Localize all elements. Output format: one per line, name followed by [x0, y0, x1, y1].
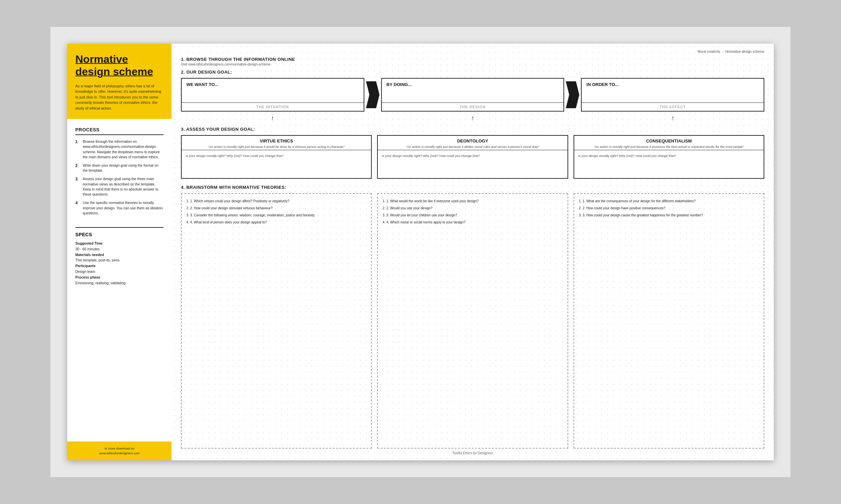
brainstorm-item: 1. What would the world be like if every… [382, 199, 563, 204]
page-wrapper: Normative design scheme As a major field… [50, 27, 791, 477]
brainstorm-item: 1. Which virtues could your design affec… [186, 199, 366, 204]
theory-row: VIRTUE ETHICS "An action is morally righ… [181, 135, 764, 179]
document: Normative design scheme As a major field… [67, 44, 774, 460]
specs-label: Participants [75, 264, 96, 268]
cons-quote: "An action is morally right just because… [578, 145, 760, 148]
process-step: 2Write down your design goal using the f… [75, 163, 164, 173]
brainstorm-item: 3. Consider the following virtues: wisdo… [186, 213, 366, 218]
deontology-box: DEONTOLOGY "An action is morally right j… [377, 135, 568, 179]
sidebar: Normative design scheme As a major field… [67, 44, 172, 460]
brainstorm-box-1: 1. Which virtues could your design affec… [181, 193, 372, 449]
step-number: 3 [75, 176, 80, 197]
effect-box: IN ORDER TO... THE EFFECT [581, 78, 764, 111]
virtue-quote: "An action is morally right just because… [186, 145, 367, 148]
specs-item: Process phaseEnvisioning, realising, val… [75, 274, 164, 286]
section2-title: 2. OUR DESIGN GOAL: [181, 70, 764, 75]
sidebar-description: As a major field of philosophy, ethics h… [75, 83, 164, 111]
brainstorm-item: 2. How could your design have positive c… [579, 205, 759, 211]
deont-quote: "An action is morally right just because… [382, 145, 563, 148]
step-text: Assess your design goal using the three … [83, 176, 164, 197]
deont-title: DEONTOLOGY [382, 139, 563, 143]
deont-question: Is your design morally right? Why (not)?… [382, 154, 563, 158]
footer-text: Toolkit Ethics for Designers [452, 451, 493, 455]
svg-marker-0 [366, 81, 379, 108]
design-heading: BY DOING... [387, 82, 559, 87]
arrow1 [364, 78, 381, 111]
footer-bar: Toolkit Ethics for Designers [181, 451, 764, 455]
main-content: Moral creativity → Normative design sche… [172, 44, 774, 460]
specs-value: This template, post-its, pens [75, 258, 119, 262]
virtue-question: Is your design morally right? Why (not)?… [186, 154, 367, 158]
section3: 3. ASSESS YOUR DESIGN GOAL: VIRTUE ETHIC… [181, 127, 764, 182]
process-list: 1Browse through the information on www.e… [75, 139, 164, 219]
brainstorm-list-3: 1. What are the consequences of your des… [579, 199, 759, 218]
intention-label: THE INTENTION [182, 103, 364, 111]
arrow2 [564, 78, 581, 111]
section1-subtitle: Visit www.ethicsfordesigners.com/normati… [181, 62, 764, 66]
specs-label: Materials needed [75, 253, 104, 257]
specs-content: Suggested Time30 - 60 minutesMaterials n… [75, 240, 164, 286]
specs-section: SPECS Suggested Time30 - 60 minutesMater… [75, 227, 164, 286]
sidebar-footer: or more download on www.ethicsfordesigne… [67, 442, 172, 461]
down-arrow-1: ↑ [181, 114, 364, 122]
specs-label: Suggested Time [75, 241, 103, 245]
intention-box: WE WANT TO... THE INTENTION [181, 78, 364, 111]
brainstorm-list-2: 1. What would the world be like if every… [382, 199, 563, 225]
specs-item: ParticipantsDesign team [75, 263, 164, 274]
specs-value: Design team [75, 269, 95, 273]
design-goal-row: WE WANT TO... THE INTENTION BY DOING... [181, 78, 764, 111]
consequentialism-box: CONSEQUENTIALISM "An action is morally r… [573, 135, 764, 179]
process-step: 1Browse through the information on www.e… [75, 139, 164, 160]
brainstorm-list-1: 1. Which virtues could your design affec… [186, 199, 366, 225]
specs-title: SPECS [75, 232, 164, 237]
down-arrow-2: ↑ [381, 114, 565, 122]
brainstorm-item: 4. What kind of person does your design … [186, 220, 366, 225]
step-text: Browse through the information on www.et… [83, 139, 164, 160]
section1-title: 1. BROWSE THROUGH THE INFORMATION ONLINE [181, 57, 764, 62]
design-box: BY DOING... THE DESIGN [381, 78, 565, 111]
footer-line2: www.ethicsfordesigners.com [75, 451, 164, 456]
effect-label: THE EFFECT [582, 103, 763, 111]
svg-marker-1 [566, 81, 579, 108]
cons-question: Is your design morally right? Why (not)?… [578, 154, 760, 158]
brainstorm-box-3: 1. What are the consequences of your des… [573, 193, 764, 449]
section4: 4. BRAINSTORM WITH NORMATIVE THEORIES: 1… [181, 185, 764, 449]
specs-item: Materials neededThis template, post-its,… [75, 252, 164, 264]
down-arrow-3: ↑ [581, 114, 764, 122]
effect-heading: IN ORDER TO... [586, 82, 759, 87]
specs-label: Process phase [75, 275, 100, 279]
section3-title: 3. ASSESS YOUR DESIGN GOAL: [181, 127, 764, 132]
step-text: Write down your design goal using the fo… [83, 163, 164, 173]
brainstorm-item: 3. How could your design cause the great… [579, 213, 759, 218]
specs-value: Envisioning, realising, validating [75, 281, 125, 285]
process-step: 4Use the specific normative theories to … [75, 200, 164, 216]
section1: 1. BROWSE THROUGH THE INFORMATION ONLINE… [181, 57, 764, 70]
intention-heading: WE WANT TO... [186, 82, 359, 87]
specs-item: Suggested Time30 - 60 minutes [75, 240, 164, 252]
specs-value: 30 - 60 minutes [75, 247, 100, 251]
brainstorm-item: 3. Would you let your children use your … [382, 213, 563, 218]
sidebar-top: Normative design scheme As a major field… [67, 44, 172, 119]
step-number: 4 [75, 200, 80, 216]
virtue-ethics-box: VIRTUE ETHICS "An action is morally righ… [181, 135, 372, 179]
virtue-title: VIRTUE ETHICS [186, 139, 367, 143]
section4-title: 4. BRAINSTORM WITH NORMATIVE THEORIES: [181, 185, 764, 190]
cons-title: CONSEQUENTIALISM [578, 139, 760, 143]
section2: 2. OUR DESIGN GOAL: WE WANT TO... THE IN… [181, 70, 764, 125]
step-text: Use the specific normative theories to m… [83, 200, 164, 216]
step-number: 1 [75, 139, 80, 160]
breadcrumb: Moral creativity → Normative design sche… [181, 50, 764, 53]
process-title: PROCESS [75, 127, 164, 135]
footer-line1: or more download on [75, 446, 164, 451]
brainstorm-row: 1. Which virtues could your design affec… [181, 193, 764, 449]
brainstorm-item: 2. How could your design stimulate virtu… [186, 205, 366, 211]
brainstorm-item: 2. Would you use your design? [382, 205, 563, 211]
design-label: THE DESIGN [382, 103, 564, 111]
brainstorm-box-2: 1. What would the world be like if every… [377, 193, 568, 449]
sidebar-content: PROCESS 1Browse through the information … [67, 119, 172, 441]
down-arrows: ↑ ↑ ↑ [181, 114, 764, 122]
step-number: 2 [75, 163, 80, 173]
brainstorm-item: 1. What are the consequences of your des… [579, 199, 759, 204]
process-step: 3Assess your design goal using the three… [75, 176, 164, 197]
brainstorm-item: 4. Which moral or social norms apply to … [382, 220, 563, 225]
